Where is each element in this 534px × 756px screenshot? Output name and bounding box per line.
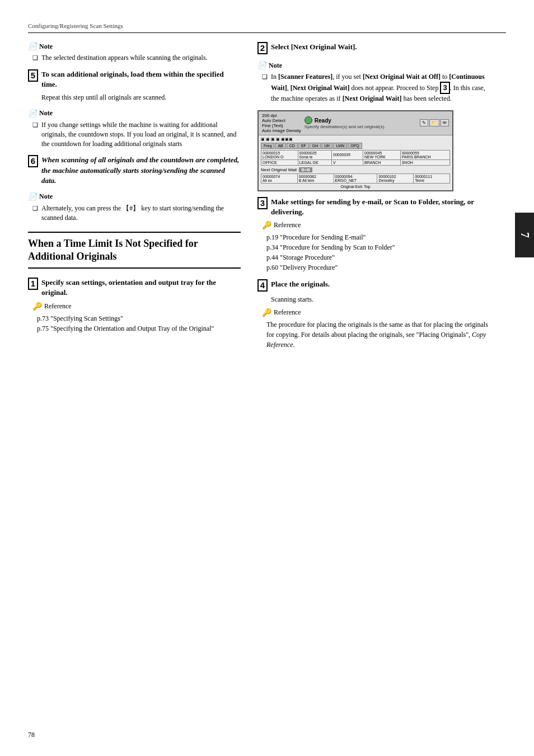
page: Configuring/Registering Scan Settings 📄 … [0,0,534,756]
ref-item-1-2: p.75 "Specifying the Orientation and Out… [32,323,241,334]
scanner-left-info: 200 dpi Auto Detect Fine (Text) Auto Ima… [262,113,301,133]
scanner-ready-row: Ready [305,116,414,124]
tab-gh[interactable]: GH [310,143,321,149]
chapter-tab: 7 [515,213,534,257]
cb-label: ▣▣▣ [281,137,293,142]
note-icon-2: 📄 [28,109,37,118]
note-block-3: 📄 Note Alternately, you can press the 【#… [28,192,241,223]
dest2-1: 00000074All ex [261,173,298,183]
dest-1-id: 00000015LONDON O [261,150,298,159]
note-icon-1: 📄 [28,42,37,51]
reference-title-1: 🔑 Reference [32,302,241,311]
dest-5-id: 00000055PARIS BRANCH [400,150,449,159]
dest2-4: 00000102Demoltry [377,173,414,183]
next-wait-label: Next Original Wait [261,167,297,172]
note-block-right-1: 📄 Note In [Scanner Features], if you set… [257,61,493,104]
next-wait-value: B>B [299,167,312,172]
step-5-block: 5 To scan additional originals, load the… [28,69,241,102]
step-4-body: Scanning starts. [257,295,493,304]
reference-title-3: 🔑 Reference [262,220,493,230]
step-1-header: 1 Specify scan settings, orientation and… [28,278,241,298]
tab-freq[interactable]: Freq [261,143,274,149]
tab-ijk[interactable]: IJK [321,143,332,149]
ref-icon-4: 🔑 [262,308,271,317]
tab-cd[interactable]: CD [287,143,298,149]
note-item-right-1-text: In [Scanner Features], if you set [Next … [271,72,493,104]
next-original-wait-row: Next Original Wait B>B [261,167,450,172]
note-block-1: 📄 Note The selected destination appears … [28,42,241,63]
scanner-icons-row: ✎ 📁 ✉ [420,119,449,126]
step-5-num: 5 [28,69,38,82]
tab-opq[interactable]: OPQ [348,143,362,149]
cb2: ▣ [266,137,270,142]
scanner-icon-folder: 📁 [429,119,439,126]
destinations-table: 00000015LONDON O 00000025Sona le 0000003… [261,150,450,166]
section-title-block: When a Time Limit Is Not Specified for A… [28,232,241,269]
reference-block-3: 🔑 Reference p.19 "Procedure for Sending … [257,220,493,273]
step-6-text: When scanning of all originals and the c… [41,155,241,186]
note-title-right-1: 📄 Note [257,61,493,70]
tab-ab[interactable]: AB [275,143,285,149]
dest2-5: 00000111Tenni [414,173,450,183]
scanner-status-title: Ready [315,118,331,124]
ref-item-1-1: p.73 "Specifying Scan Settings" [32,313,241,323]
step-3-block: 3 Make settings for sending by e-mail, o… [257,197,493,273]
note-item-1-1: The selected destination appears while s… [28,53,241,63]
step-5-text: To scan additional originals, load them … [41,69,241,90]
scanner-dpi: 200 dpi [262,113,301,118]
section-title: When a Time Limit Is Not Specified for A… [28,237,241,264]
ref-item-4-body: The procedure for placing the originals … [262,320,493,350]
step-4-num: 4 [257,279,268,292]
scanner-icon-pen: ✎ [420,119,428,126]
note-block-2: 📄 Note If you change settings while the … [28,109,241,148]
scanner-type-val: Fine (Text) [262,123,301,128]
reference-title-4: 🔑 Reference [262,308,493,317]
dest2-2: 00000082B All tem [297,173,334,183]
step-4-text: Place the originals. [271,279,330,289]
dest-addr-1: OFFICE [261,159,298,165]
reference-block-1: 🔑 Reference p.73 "Specifying Scan Settin… [28,302,241,334]
destinations-table-2: 00000074All ex 00000082B All tem 0000009… [261,173,450,184]
dest-addr-4: BRANCH [363,159,401,165]
scanner-icon-group: ✎ 📁 ✉ [420,119,449,126]
dest-4-id: 00000045NEW YORK [363,150,401,159]
note-item-right-1-1: In [Scanner Features], if you set [Next … [257,72,493,104]
step-5-header: 5 To scan additional originals, load the… [28,69,241,90]
dest-addr-2: LEGAL DE [298,159,331,165]
tab-lmn[interactable]: LMN [333,143,347,149]
step-2-block: 2 Select [Next Original Wait]. [257,42,493,54]
note-title-2: 📄 Note [28,109,241,118]
ref-item-3-2: p.34 "Procedure for Sending by Scan to F… [262,242,493,252]
dest-addr-5: SNOH [400,159,449,165]
scanner-subtitle: Specify destination(s) and set original(… [305,124,414,129]
step-2-num: 2 [257,42,268,54]
note-item-3-1: Alternately, you can press the 【#】 key t… [28,204,241,223]
reference-block-4: 🔑 Reference The procedure for placing th… [257,308,493,350]
dest-3-id: 00000035 [332,150,363,159]
note-icon-right-1: 📄 [257,61,266,70]
step-ref-inline: 3 [440,82,449,94]
note-icon-3: 📄 [28,192,37,201]
cb4: ▣ [276,137,280,142]
step-2-text: Select [Next Original Wait]. [271,42,357,52]
scanner-body: ▣ ▣ ▣ ▣ ▣▣▣ Freq AB CD EF GH IJK LM [259,135,452,190]
step-4-block: 4 Place the originals. Scanning starts. … [257,279,493,350]
cb3: ▣ [271,137,275,142]
dest-row-1: 00000015LONDON O 00000025Sona le 0000003… [261,150,450,159]
step-5-body: Repeat this step until all originals are… [28,93,241,102]
ready-indicator [305,116,312,124]
ref-icon-3: 🔑 [262,220,271,230]
cb1: ▣ [261,137,265,142]
scanner-header: 200 dpi Auto Detect Fine (Text) Auto Ima… [259,111,452,135]
ref-item-3-3: p.44 "Storage Procedure" [262,252,493,262]
tab-ef[interactable]: EF [298,143,309,149]
scanner-icon-stamp: ✉ [441,119,449,126]
original-exit-top: Original Exit: Top [261,185,450,189]
step-1-text: Specify scan settings, orientation and o… [41,278,241,298]
note-title-3: 📄 Note [28,192,241,201]
step-6-block: 6 When scanning of all originals and the… [28,155,241,186]
step-4-header: 4 Place the originals. [257,279,493,292]
step-3-text: Make settings for sending by e-mail, or … [271,197,493,217]
step-6-num: 6 [28,155,38,167]
ref-item-3-4: p.60 "Delivery Procedure" [262,262,493,273]
